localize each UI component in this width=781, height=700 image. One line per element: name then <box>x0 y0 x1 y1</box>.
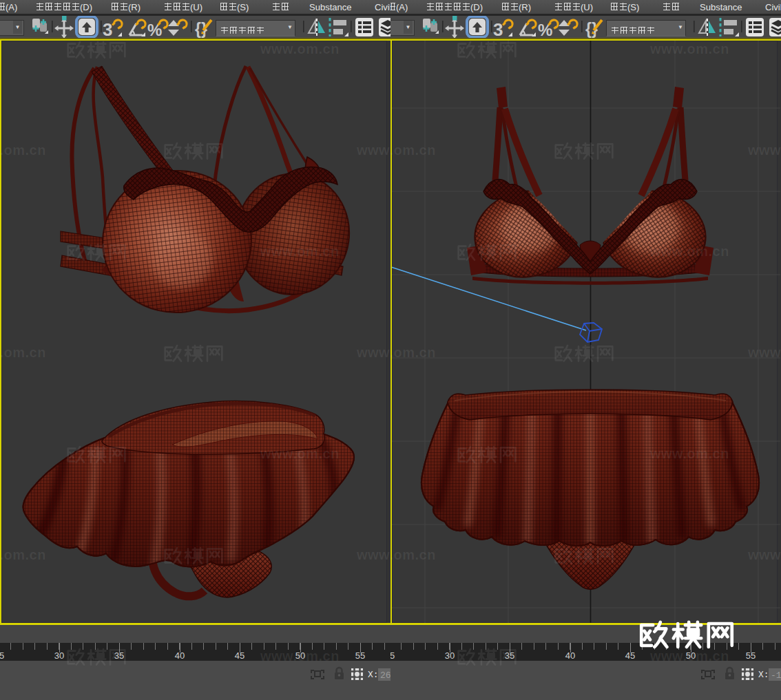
svg-text:-12: -12 <box>771 670 781 681</box>
svg-text:3: 3 <box>493 19 503 39</box>
svg-text:269: 269 <box>380 670 390 681</box>
svg-text:3: 3 <box>103 19 112 39</box>
svg-text:X:: X: <box>368 670 379 680</box>
svg-text:X:: X: <box>758 670 769 680</box>
